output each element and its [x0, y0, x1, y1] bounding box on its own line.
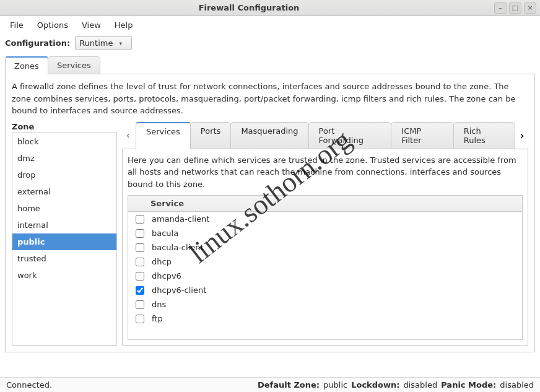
services-panel: Here you can define which services are t…: [122, 149, 528, 346]
zones-panel: A firewalld zone defines the level of tr…: [5, 74, 535, 352]
tab-services[interactable]: Services: [48, 56, 100, 74]
tab-scroll-right-icon[interactable]: ›: [516, 129, 528, 142]
service-checkbox-dhcpv6-client[interactable]: [136, 286, 144, 295]
inner-tab-ports[interactable]: Ports: [190, 122, 232, 149]
zone-column: Zone blockdmzdropexternalhomeinternalpub…: [12, 122, 117, 346]
service-table-body[interactable]: amanda-clientbaculabacula-clientdhcpdhcp…: [128, 212, 522, 339]
service-label: dhcpv6: [152, 271, 181, 281]
status-default-zone-value: public: [323, 380, 347, 390]
configuration-row: Configuration: Runtime ▾: [0, 33, 540, 56]
status-panic-value: disabled: [500, 380, 534, 390]
tab-scroll-left-icon[interactable]: ‹: [122, 129, 134, 141]
service-checkbox-dhcp[interactable]: [136, 258, 144, 266]
service-label: dhcpv6-client: [152, 285, 206, 295]
service-checkbox-bacula-client[interactable]: [136, 243, 144, 252]
service-label: bacula-client: [152, 243, 204, 252]
zone-item-trusted[interactable]: trusted: [12, 250, 116, 267]
inner-tab-masquerading[interactable]: Masquerading: [230, 122, 308, 149]
service-row-dhcpv6[interactable]: dhcpv6: [128, 269, 522, 283]
service-row-ftp[interactable]: ftp: [128, 311, 522, 326]
configuration-select[interactable]: Runtime ▾: [75, 36, 132, 50]
service-checkbox-dhcpv6[interactable]: [136, 272, 144, 281]
zone-detail-column: ‹ Services Ports Masquerading Port Forwa…: [122, 122, 528, 346]
service-label: ftp: [152, 314, 163, 323]
status-panic-label: Panic Mode:: [441, 380, 496, 390]
configuration-value: Runtime: [79, 38, 113, 48]
service-row-bacula[interactable]: bacula: [128, 226, 522, 240]
inner-tab-rich-rules[interactable]: Rich Rules: [453, 122, 515, 149]
configuration-label: Configuration:: [5, 38, 70, 48]
status-default-zone-label: Default Zone:: [258, 380, 320, 390]
status-lockdown-label: Lockdown:: [351, 380, 399, 390]
service-label: bacula: [152, 229, 178, 238]
outer-tab-row: Zones Services: [5, 56, 535, 74]
tab-zones[interactable]: Zones: [5, 57, 48, 75]
menu-help[interactable]: Help: [108, 18, 139, 32]
service-checkbox-dns[interactable]: [136, 300, 144, 309]
service-table-header: Service: [128, 196, 522, 212]
service-checkbox-bacula[interactable]: [136, 229, 144, 238]
inner-tab-port-forwarding[interactable]: Port Forwarding: [308, 122, 392, 149]
service-row-amanda-client[interactable]: amanda-client: [128, 212, 522, 226]
menu-view[interactable]: View: [76, 18, 107, 32]
window-title: Firewall Configuration: [4, 3, 494, 12]
zone-description: A firewalld zone defines the level of tr…: [12, 81, 528, 117]
status-connection: Connected.: [6, 380, 258, 390]
inner-tab-icmp-filter[interactable]: ICMP Filter: [391, 122, 453, 149]
zone-item-home[interactable]: home: [12, 200, 116, 217]
zone-list[interactable]: blockdmzdropexternalhomeinternalpublictr…: [12, 133, 117, 346]
service-row-bacula-client[interactable]: bacula-client: [128, 240, 522, 255]
zone-list-label: Zone: [12, 122, 117, 131]
menu-options[interactable]: Options: [31, 18, 74, 32]
menubar: File Options View Help: [0, 16, 540, 33]
statusbar: Connected. Default Zone: public Lockdown…: [0, 377, 540, 392]
service-table: Service amanda-clientbaculabacula-client…: [128, 195, 523, 340]
service-row-dhcpv6-client[interactable]: dhcpv6-client: [128, 283, 522, 297]
service-label: amanda-client: [152, 214, 209, 224]
zone-item-work[interactable]: work: [12, 267, 116, 284]
inner-tab-row: ‹ Services Ports Masquerading Port Forwa…: [122, 122, 528, 149]
menu-file[interactable]: File: [4, 18, 30, 32]
chevron-down-icon: ▾: [119, 40, 122, 46]
minimize-button[interactable]: –: [494, 2, 507, 14]
services-description: Here you can define which services are t…: [128, 154, 523, 191]
zone-item-block[interactable]: block: [12, 133, 116, 150]
service-checkbox-amanda-client[interactable]: [136, 215, 144, 224]
status-lockdown-value: disabled: [403, 380, 437, 390]
service-row-dns[interactable]: dns: [128, 297, 522, 311]
service-label: dns: [152, 300, 166, 309]
zone-item-dmz[interactable]: dmz: [12, 150, 116, 167]
titlebar: Firewall Configuration – □ ×: [0, 0, 540, 16]
zone-item-public[interactable]: public: [12, 233, 116, 250]
zone-item-external[interactable]: external: [12, 183, 116, 200]
zone-item-drop[interactable]: drop: [12, 167, 116, 183]
window-controls: – □ ×: [494, 2, 536, 14]
service-label: dhcp: [152, 257, 172, 266]
service-column-header: Service: [150, 199, 184, 208]
zone-item-internal[interactable]: internal: [12, 217, 116, 233]
close-button[interactable]: ×: [524, 2, 536, 14]
service-row-dhcp[interactable]: dhcp: [128, 255, 522, 269]
service-checkbox-ftp[interactable]: [136, 315, 144, 323]
maximize-button[interactable]: □: [509, 2, 521, 14]
inner-tab-services[interactable]: Services: [136, 123, 191, 150]
